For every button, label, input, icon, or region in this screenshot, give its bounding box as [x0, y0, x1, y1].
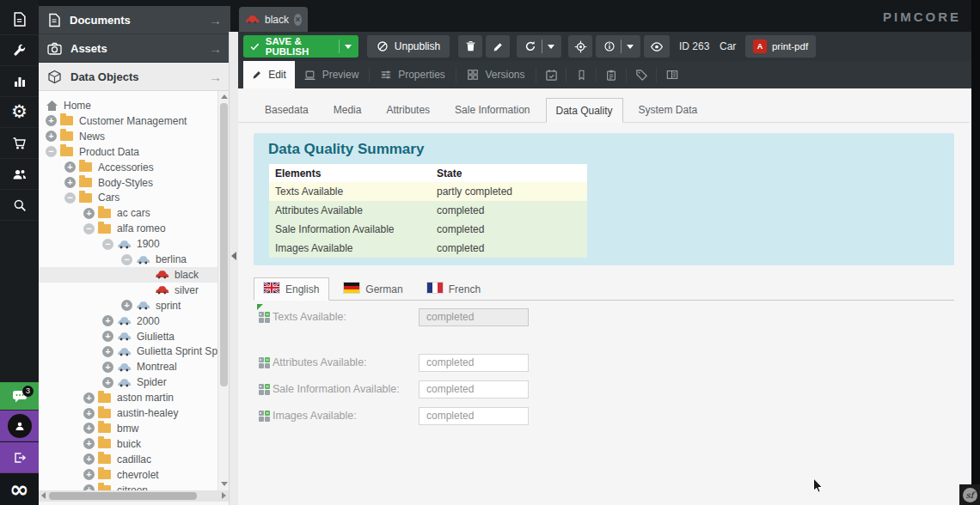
tree-item-bmw[interactable]: +bmw: [39, 421, 217, 436]
subtab-basedata[interactable]: Basedata: [255, 98, 318, 123]
collapse-icon[interactable]: −: [64, 192, 76, 204]
reload-button[interactable]: [517, 35, 561, 58]
subtab-system-data[interactable]: System Data: [629, 98, 707, 123]
preview-eye-button[interactable]: [644, 35, 670, 58]
tab-tags[interactable]: [627, 61, 656, 88]
field-input-texts-available[interactable]: [419, 308, 529, 326]
tree-item-home[interactable]: Home: [39, 98, 217, 113]
open-object-tab[interactable]: black ✕: [239, 7, 308, 32]
cart-icon[interactable]: [0, 128, 39, 159]
expand-icon[interactable]: +: [46, 131, 57, 142]
tree-item-aston-martin[interactable]: +aston martin: [39, 390, 217, 405]
bar-chart-icon[interactable]: [0, 66, 39, 97]
tree-item-ac-cars[interactable]: +ac cars: [39, 205, 217, 221]
accordion-data-objects[interactable]: Data Objects →: [39, 63, 230, 91]
accordion-documents[interactable]: Documents →: [39, 6, 230, 34]
expand-icon[interactable]: +: [83, 423, 95, 434]
tab-versions[interactable]: Versions: [456, 61, 536, 88]
tree-item-customer-management[interactable]: +Customer Management: [39, 113, 217, 129]
tree-item-berlina[interactable]: −berlina: [39, 252, 217, 267]
tree-item-buick[interactable]: +buick: [39, 436, 217, 452]
subtab-attributes[interactable]: Attributes: [377, 98, 439, 123]
tab-layout[interactable]: [657, 61, 688, 88]
expand-icon[interactable]: +: [83, 208, 95, 219]
file-icon[interactable]: [0, 4, 39, 35]
collapse-icon[interactable]: −: [102, 239, 113, 250]
expand-icon[interactable]: +: [83, 392, 95, 404]
tab-bookmark[interactable]: [567, 61, 596, 88]
expand-icon[interactable]: +: [102, 377, 113, 388]
unpublish-button[interactable]: Unpublish: [367, 35, 450, 58]
expand-icon[interactable]: +: [83, 408, 95, 419]
save-publish-button[interactable]: SAVE & PUBLISH: [243, 35, 358, 58]
language-tab-english[interactable]: English: [254, 277, 329, 301]
collapse-icon[interactable]: −: [83, 223, 95, 234]
chevron-down-icon[interactable]: [548, 45, 554, 49]
scrollbar-thumb[interactable]: [220, 103, 228, 386]
collapse-icon[interactable]: −: [121, 254, 132, 265]
accordion-assets[interactable]: Assets →: [39, 34, 230, 63]
print-pdf-button[interactable]: A print-pdf: [745, 35, 816, 58]
subtab-media[interactable]: Media: [324, 98, 371, 123]
tab-edit[interactable]: Edit: [243, 61, 295, 88]
chevron-down-icon[interactable]: [345, 45, 352, 49]
rename-button[interactable]: [486, 35, 510, 58]
tree-item-alfa-romeo[interactable]: −alfa romeo: [39, 221, 217, 236]
panel-splitter[interactable]: [229, 32, 238, 505]
tree-vertical-scrollbar[interactable]: [217, 91, 229, 490]
tree-item-2000[interactable]: +2000: [39, 313, 217, 329]
gear-icon[interactable]: ⚙: [0, 97, 39, 128]
scrollbar-thumb[interactable]: [49, 492, 197, 500]
locate-in-tree-button[interactable]: [568, 35, 592, 58]
subtab-sale-information[interactable]: Sale Information: [445, 98, 539, 123]
expand-icon[interactable]: +: [83, 469, 95, 480]
subtab-data-quality[interactable]: Data Quality: [546, 98, 623, 123]
expand-icon[interactable]: +: [102, 362, 113, 373]
expand-icon[interactable]: +: [102, 331, 113, 342]
user-avatar[interactable]: [0, 411, 39, 441]
language-tab-french[interactable]: French: [418, 277, 490, 301]
info-button[interactable]: [596, 35, 640, 58]
scroll-right-icon[interactable]: [222, 492, 226, 499]
expand-icon[interactable]: +: [46, 115, 57, 126]
tree-item-news[interactable]: +News: [39, 129, 217, 144]
notifications-icon[interactable]: 3: [0, 382, 39, 411]
tree-item-montreal[interactable]: +Montreal: [39, 359, 217, 374]
tree-horizontal-scrollbar[interactable]: [39, 490, 229, 502]
tree-item-cars[interactable]: −Cars: [39, 190, 217, 205]
tree-item-cadillac[interactable]: +cadillac: [39, 452, 217, 467]
tree-item-body-styles[interactable]: +Body-Styles: [39, 175, 217, 191]
search-icon[interactable]: [0, 190, 39, 221]
field-input-sale-information-available[interactable]: [419, 380, 529, 399]
expand-icon[interactable]: +: [64, 177, 76, 188]
scroll-up-icon[interactable]: [221, 94, 228, 99]
wrench-icon[interactable]: [0, 35, 39, 66]
expand-icon[interactable]: +: [83, 453, 95, 465]
tree-item-citroen[interactable]: +citroen: [39, 483, 217, 491]
tab-properties[interactable]: Properties: [370, 61, 456, 88]
close-icon[interactable]: ✕: [294, 14, 302, 26]
expand-icon[interactable]: +: [102, 346, 113, 357]
symfony-debug-button[interactable]: sf: [959, 484, 980, 505]
tree-item-spider[interactable]: +Spider: [39, 374, 217, 390]
scroll-down-icon[interactable]: [221, 482, 228, 486]
tree-item-giulietta[interactable]: +Giulietta: [39, 329, 217, 344]
expand-icon[interactable]: +: [64, 161, 76, 173]
expand-icon[interactable]: +: [102, 315, 113, 326]
collapse-left-icon[interactable]: [231, 252, 236, 260]
tree-item-sprint[interactable]: +sprint: [39, 298, 217, 313]
field-input-images-available[interactable]: [419, 407, 529, 425]
scroll-left-icon[interactable]: [41, 492, 46, 499]
delete-button[interactable]: [458, 35, 482, 58]
expand-icon[interactable]: +: [83, 438, 95, 449]
language-tab-german[interactable]: German: [334, 277, 412, 301]
tree-item-austin-healey[interactable]: +austin-healey: [39, 405, 217, 421]
tree-item-gulietta-sprint-specia[interactable]: +Gulietta Sprint Specia: [39, 344, 217, 359]
expand-icon[interactable]: +: [83, 484, 95, 490]
tree-item-accessories[interactable]: +Accessories: [39, 160, 217, 175]
tree-item-product-data[interactable]: −Product Data: [39, 144, 217, 160]
tree-item-chevrolet[interactable]: +chevrolet: [39, 467, 217, 483]
tab-notes-events[interactable]: [597, 61, 626, 88]
logout-icon[interactable]: [0, 442, 39, 473]
users-icon[interactable]: [0, 159, 39, 190]
